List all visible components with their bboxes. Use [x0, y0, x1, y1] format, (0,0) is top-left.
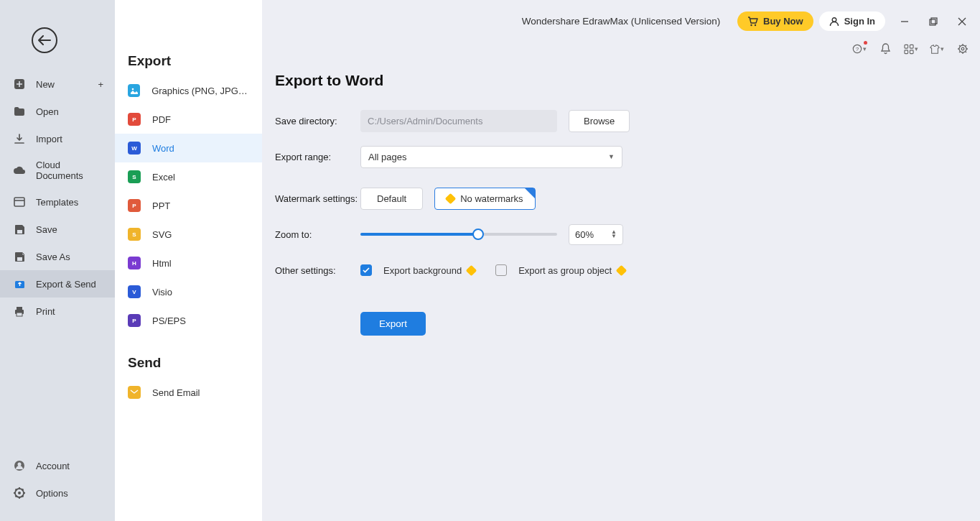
maximize-button[interactable]: [924, 12, 943, 31]
sidebar-item-print[interactable]: Print: [0, 298, 115, 325]
html-icon: H: [128, 257, 141, 269]
chevron-down-icon: ▼: [608, 153, 615, 160]
export-button[interactable]: Export: [360, 312, 426, 336]
export-range-label: Export range:: [275, 152, 360, 162]
slider-track: [360, 233, 557, 236]
watermark-none-label: No watermarks: [460, 193, 523, 204]
send-heading: Send: [115, 355, 262, 378]
watermark-default-button[interactable]: Default: [360, 188, 423, 210]
plus-icon[interactable]: +: [98, 79, 103, 90]
watermark-none-button[interactable]: No watermarks: [434, 188, 535, 210]
visio-icon: V: [128, 285, 141, 298]
zoom-slider[interactable]: [360, 233, 557, 236]
sidebar-item-cloud[interactable]: Cloud Documents: [0, 152, 115, 188]
save-icon: [13, 223, 26, 236]
notification-dot: [864, 41, 867, 45]
notifications-button[interactable]: [878, 42, 892, 56]
export-icon: [13, 277, 26, 290]
export-format-excel[interactable]: S Excel: [115, 162, 262, 191]
app-title: Wondershare EdrawMax (Unlicensed Version…: [522, 16, 721, 27]
minimize-button[interactable]: [895, 12, 914, 31]
file-menu-sidebar: New + Open Import Cloud Documents Templa…: [0, 0, 115, 521]
svg-rect-24: [905, 50, 908, 53]
format-label: SVG: [152, 229, 172, 240]
send-email-label: Send Email: [152, 387, 200, 398]
sidebar-label: Templates: [36, 197, 78, 208]
stepper-arrows[interactable]: ▲▼: [611, 230, 617, 239]
sidebar-label: Import: [36, 134, 62, 144]
format-label: Excel: [152, 172, 175, 183]
ppt-icon: P: [128, 199, 141, 212]
folder-icon: [13, 105, 26, 118]
svg-rect-22: [905, 45, 908, 48]
format-label: PS/EPS: [152, 315, 186, 326]
svg-rect-3: [17, 257, 22, 261]
sidebar-item-save[interactable]: Save: [0, 216, 115, 243]
excel-icon: S: [128, 170, 141, 183]
theme-button[interactable]: ▾: [930, 42, 944, 56]
export-heading: Export: [115, 53, 262, 76]
sidebar-label: Open: [36, 106, 59, 117]
svg-point-27: [961, 47, 964, 50]
export-group-checkbox[interactable]: [495, 264, 507, 276]
send-email-item[interactable]: Send Email: [115, 378, 262, 407]
save-as-icon: [13, 250, 26, 263]
sidebar-item-open[interactable]: Open: [0, 98, 115, 125]
browse-button[interactable]: Browse: [569, 110, 630, 132]
image-icon: [128, 84, 140, 97]
export-format-svg[interactable]: S SVG: [115, 220, 262, 249]
pdf-icon: P: [128, 113, 141, 126]
sidebar-item-templates[interactable]: Templates: [0, 188, 115, 216]
export-format-graphics[interactable]: Graphics (PNG, JPG e...: [115, 76, 262, 105]
sidebar-item-import[interactable]: Import: [0, 125, 115, 152]
sidebar-item-saveas[interactable]: Save As: [0, 243, 115, 270]
svg-text:?: ?: [856, 46, 859, 52]
buy-now-button[interactable]: Buy Now: [737, 11, 813, 31]
gear-icon: [957, 43, 969, 55]
svg-point-13: [131, 88, 134, 91]
word-icon: W: [128, 142, 141, 155]
sidebar-label: Save As: [36, 252, 70, 262]
svg-point-15: [750, 24, 752, 25]
export-format-html[interactable]: H Html: [115, 249, 262, 277]
export-format-visio[interactable]: V Visio: [115, 277, 262, 306]
apps-button[interactable]: ▾: [904, 42, 918, 56]
sidebar-item-account[interactable]: Account: [0, 452, 115, 479]
export-range-select[interactable]: All pages ▼: [360, 146, 622, 168]
watermark-label: Watermark settings:: [275, 193, 360, 204]
sign-in-button[interactable]: Sign In: [819, 11, 885, 31]
export-format-ppt[interactable]: P PPT: [115, 191, 262, 220]
zoom-value-stepper[interactable]: 60% ▲▼: [569, 224, 623, 245]
diamond-icon: [445, 193, 457, 204]
svg-point-11: [18, 492, 21, 494]
sidebar-item-export[interactable]: Export & Send: [0, 270, 115, 298]
export-format-ps[interactable]: P PS/EPS: [115, 306, 262, 335]
save-directory-input[interactable]: C:/Users/Admin/Documents: [360, 110, 557, 132]
diamond-icon: [616, 264, 627, 276]
panel-title: Export to Word: [275, 72, 951, 89]
export-format-pdf[interactable]: P PDF: [115, 105, 262, 134]
svg-point-16: [755, 24, 756, 25]
format-label: Html: [152, 258, 172, 269]
export-format-word[interactable]: W Word: [115, 134, 262, 162]
help-button[interactable]: ? ▾: [852, 42, 867, 56]
cart-icon: [747, 17, 758, 27]
sidebar-item-options[interactable]: Options: [0, 479, 115, 507]
back-button[interactable]: [32, 27, 57, 53]
sidebar-label: New: [36, 79, 55, 90]
print-icon: [13, 305, 26, 318]
svg-rect-19: [931, 18, 937, 24]
format-label: PPT: [152, 200, 170, 211]
svg-rect-6: [17, 307, 22, 310]
help-icon: ?: [852, 43, 862, 55]
format-label: Visio: [152, 287, 172, 298]
slider-thumb[interactable]: [472, 229, 484, 240]
export-background-checkbox[interactable]: [360, 264, 372, 276]
import-icon: [13, 132, 26, 145]
settings-button[interactable]: [956, 42, 970, 56]
close-button[interactable]: [953, 12, 971, 31]
slider-fill: [360, 233, 478, 236]
sidebar-item-new[interactable]: New +: [0, 70, 115, 98]
svg-rect-25: [910, 50, 913, 53]
svg-rect-18: [930, 19, 935, 25]
